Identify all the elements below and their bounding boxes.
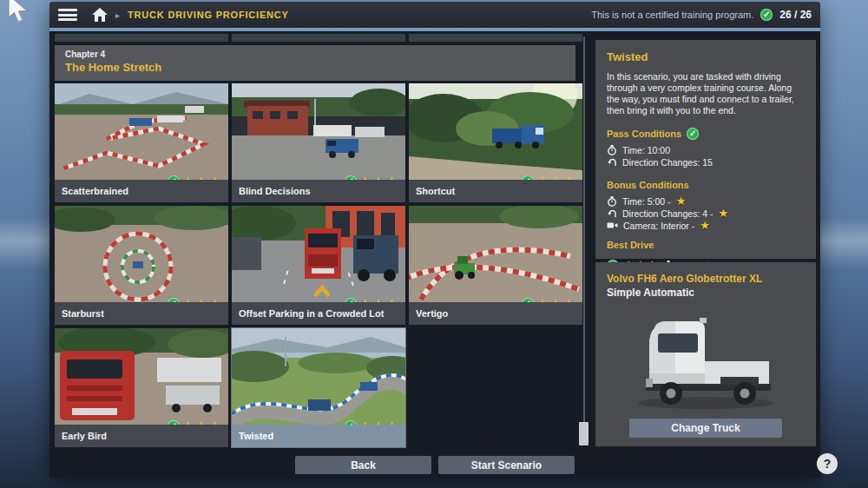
pass-conditions-label: Pass Conditions [607,129,681,139]
progress-count: 26 / 26 [779,9,812,21]
scenario-name: Starburst [55,302,228,325]
desktop: { "topbar": { "title": "TRUCK DRIVING PR… [0,0,868,488]
change-truck-button[interactable]: Change Truck [629,419,782,438]
progress-check-icon: ✓ [760,9,773,21]
direction-icon [607,208,617,219]
scenario-name: Shortcut [409,180,582,202]
scrollbar-thumb[interactable] [579,422,589,445]
training-window: ▸ TRUCK DRIVING PROFICIENCY This is not … [49,2,820,478]
previous-row-tile-edge [409,34,582,42]
window-body: Chapter 4 The Home Stretch ✓ ★★★ Scatter… [49,31,820,478]
disclaimer-text: This is not a certified training program… [591,10,753,20]
scenario-name: Early Bird [55,425,228,447]
time-icon [607,145,617,155]
condition-text: Time: 10:00 [622,145,670,155]
home-icon[interactable] [92,8,108,22]
scenario-tile-blind-decisions[interactable]: ✓ ★★★ Blind Decisions [232,83,405,202]
scenario-thumbnail [409,206,582,302]
scenario-name: Twisted [232,425,405,447]
menu-icon[interactable] [58,9,77,21]
scenario-name: Scatterbrained [55,180,228,202]
pass-condition-item: Time: 10:00 [607,144,805,155]
pass-condition-item: Direction Changes: 15 [607,156,805,168]
scenario-tile-starburst[interactable]: ✓ ★★★ Starburst [55,206,228,325]
scenario-thumbnail [55,83,228,180]
scenario-details-panel: Twisted In this scenario, you are tasked… [595,40,816,259]
page-title: TRUCK DRIVING PROFICIENCY [128,10,289,20]
condition-text: Camera: Interior - [623,221,694,231]
topbar-status: This is not a certified training program… [591,9,812,21]
bonus-condition-item: Direction Changes: 4 - ★ [607,208,805,219]
bonus-condition-item: Time: 5:00 - ★ [607,195,805,207]
back-button[interactable]: Back [295,456,431,474]
truck-name: Volvo FH6 Aero Globetrotter XL [607,273,805,285]
chapter-title: The Home Stretch [65,61,565,74]
pass-conditions-list: Time: 10:00 Direction Changes: 15 [607,144,805,168]
truck-transmission: Simple Automatic [607,287,805,299]
scenario-tile-vertigo[interactable]: ✓ ★★★ Vertigo [409,206,582,325]
bonus-conditions-heading: Bonus Conditions [607,180,689,190]
truck-image [623,311,788,413]
truck-panel: Volvo FH6 Aero Globetrotter XL Simple Au… [595,262,816,446]
scenario-thumbnail [232,328,405,425]
pass-conditions-heading: Pass Conditions ✓ [607,128,699,140]
pass-check-icon: ✓ [687,128,699,140]
bonus-condition-item: Camera: Interior - ★ [607,220,805,231]
bonus-conditions-label: Bonus Conditions [607,180,689,190]
time-icon [607,196,617,207]
help-button[interactable]: ? [817,453,838,474]
bonus-star-icon: ★ [700,220,710,231]
scenario-detail-title: Twisted [607,50,805,63]
start-scenario-button[interactable]: Start Scenario [438,456,575,474]
scrollbar-track[interactable] [583,36,585,445]
best-drive-heading: Best Drive [607,240,805,250]
scenario-tile-early-bird[interactable]: ✓ ★★★ Early Bird [55,328,228,447]
mouse-cursor [7,0,33,24]
scenario-description: In this scenario, you are tasked with dr… [607,71,805,116]
scenario-tile-twisted[interactable]: ✓ ★★★ Twisted [232,328,405,447]
camera-icon [607,221,618,230]
bonus-star-icon: ★ [718,208,728,219]
scenario-thumbnail [409,83,582,180]
condition-text: Direction Changes: 4 - [622,208,713,219]
condition-text: Direction Changes: 15 [622,157,713,168]
scenario-thumbnail [55,328,228,425]
scenario-name: Offset Parking in a Crowded Lot [232,302,405,325]
scenario-name: Blind Decisions [232,180,405,202]
scenario-thumbnail [232,206,405,302]
scenario-tile-scatterbrained[interactable]: ✓ ★★★ Scatterbrained [55,83,228,202]
chapter-label: Chapter 4 [65,49,565,59]
scenario-tile-offset-parking[interactable]: ✓ ★★★ Offset Parking in a Crowded Lot [232,206,405,325]
previous-row-tile-edge [232,34,405,42]
direction-icon [607,157,617,168]
top-bar: ▸ TRUCK DRIVING PROFICIENCY This is not … [49,2,820,28]
scenario-thumbnail [232,83,405,180]
scenario-name: Vertigo [409,302,582,325]
previous-row-tile-edge [55,34,228,42]
scenario-thumbnail [55,206,228,302]
bonus-star-icon: ★ [676,195,687,207]
scenario-tile-shortcut[interactable]: ✓ ★★★ Shortcut [409,83,582,202]
bonus-conditions-list: Time: 5:00 - ★ Direction Changes: 4 - ★ … [607,195,805,231]
breadcrumb-chevron-icon: ▸ [115,10,120,20]
condition-text: Time: 5:00 - [622,196,671,207]
chapter-header: Chapter 4 The Home Stretch [55,45,575,81]
